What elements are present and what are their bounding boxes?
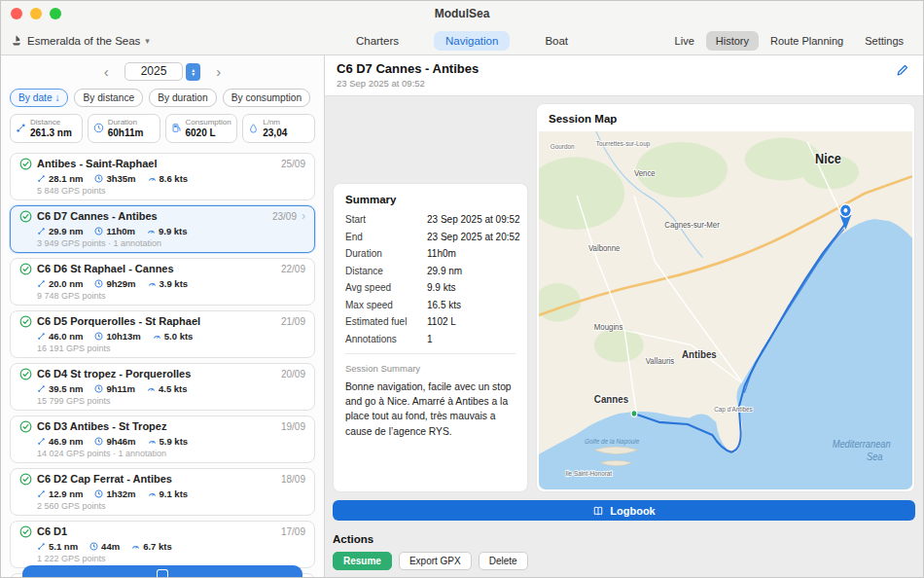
session-summary-text: Bonne navigation, facile avec un stop an… [345,379,515,440]
year-value[interactable]: 2025 [124,62,184,81]
session-duration: 3h35m [94,173,135,184]
main-tab[interactable]: Charters [344,31,410,51]
session-card[interactable]: C6 D2 Cap Ferrat - Antibes 18/09 › 12.9 … [10,468,315,516]
session-distance: 28.1 nm [37,173,83,184]
session-meta: 5 848 GPS points [19,186,305,196]
session-speed: 8.6 kts [148,173,189,184]
session-detail: C6 D7 Cannes - Antibes 23 Sep 2025 at 09… [325,55,923,578]
session-meta: 3 949 GPS points · 1 annotation [19,238,305,248]
next-year-button[interactable]: › [212,64,225,79]
year-stepper[interactable]: ▲▼ [186,63,200,81]
summary-row: Start 23 Sep 2025 at 09:52 [345,214,515,225]
clock-icon [94,384,103,393]
summary-row-label: Start [345,214,427,225]
close-window-button[interactable] [11,8,22,19]
speed-gauge-icon [148,489,157,498]
sort-filter-chip[interactable]: By consumption [223,89,310,107]
map-label: Tourrettes-sur-Loup [596,140,651,148]
session-speed: 9.1 kts [148,488,189,499]
mode-tab[interactable]: Route Planning [761,31,853,51]
check-circle-icon [19,158,32,170]
mode-tab[interactable]: Settings [855,31,913,51]
check-circle-icon [19,420,32,433]
route-icon [37,332,46,341]
summary-card: Summary Start 23 Sep 2025 at 09:52 End 2… [333,183,528,492]
sidebar-bottom-button[interactable] [22,565,302,578]
clock-icon [94,489,103,498]
session-duration: 9h29m [94,278,135,289]
session-duration: 11h0m [94,226,135,236]
session-card[interactable]: Antibes - Saint-Raphael 25/09 › 28.1 nm [10,153,315,200]
app-window: ModulSea Esmeralda of the Seas ▾ Charter… [0,0,924,578]
year-selector: 2025 ▲▼ [124,62,201,81]
session-date: 19/09 [281,421,305,432]
session-card[interactable]: C6 D5 Porquerolles - St Raphael 21/09 › … [10,310,315,358]
actions-heading: Actions [333,533,915,545]
session-card[interactable]: C6 D6 St Raphael - Cannes 22/09 › 20.0 n… [10,258,315,306]
check-circle-icon [19,525,32,538]
route-icon [37,489,46,498]
clock-icon [94,332,103,341]
session-speed: 6.7 kts [131,541,172,552]
session-distance: 12.9 nm [37,488,83,499]
map-label: Mediterranean [833,439,891,451]
check-circle-icon [19,368,32,380]
sort-filter-chip[interactable]: By duration [149,89,217,107]
session-map[interactable]: GourdonTourrettes-sur-LoupVenceNiceCagne… [539,131,912,489]
session-meta: 2 560 GPS points [19,501,305,511]
action-button[interactable]: Resume [333,552,392,570]
sort-filter-chip[interactable]: By distance [74,89,143,107]
session-speed: 5.0 kts [153,331,194,342]
session-meta: 16 191 GPS points [19,343,305,353]
chevron-right-icon: › [302,210,305,222]
drop-icon [248,123,259,133]
session-card[interactable]: C6 D4 St tropez - Porquerolles 20/09 › 3… [10,363,315,411]
route-icon [37,279,46,288]
logbook-button[interactable]: Logbook [333,500,915,521]
session-card[interactable]: C6 D1 17/09 › 5.1 nm 44m [10,521,315,568]
summary-row-label: Annotations [345,334,427,344]
minimize-window-button[interactable] [30,8,42,19]
session-card[interactable]: C6 D3 Antibes - St Tropez 19/09 › 46.9 n… [10,415,315,463]
boat-selector-label: Esmeralda of the Seas [27,35,140,47]
zoom-window-button[interactable] [50,8,61,19]
total-duration-chip: Duration60h11m [88,114,160,143]
summary-row-value: 1 [427,334,515,344]
session-meta: 9 748 GPS points [19,291,305,301]
speed-gauge-icon [148,437,157,446]
boat-selector[interactable]: Esmeralda of the Seas ▾ [11,35,150,47]
main-tab[interactable]: Navigation [434,31,510,51]
session-speed: 4.5 kts [147,383,188,394]
mode-tab[interactable]: History [706,31,759,51]
session-speed: 3.9 kts [148,278,189,289]
app-title: ModulSea [1,7,923,20]
boat-icon [11,35,22,47]
summary-heading: Summary [345,194,515,205]
action-button[interactable]: Delete [479,552,528,570]
session-meta: 1 222 GPS points [19,554,305,563]
session-duration: 10h13m [94,331,140,342]
session-title: C6 D3 Antibes - St Tropez [37,420,276,432]
speed-gauge-icon [153,332,161,341]
map-label: Vallauris [646,356,674,367]
map-label: Valbonne [588,243,621,254]
sort-filter-chip[interactable]: By date ↓ [10,89,68,107]
summary-row: Max speed 16.5 kts [345,300,515,310]
edit-session-button[interactable] [894,61,911,79]
map-label: Cagnes-sur-Mer [664,219,720,230]
session-date: 23/09 [272,211,297,222]
session-duration: 9h11m [94,383,135,394]
route-icon [37,227,46,235]
summary-row-label: Duration [345,248,427,259]
route-icon [16,123,26,133]
session-card[interactable]: C6 D7 Cannes - Antibes 23/09 › 29.9 nm [10,205,315,253]
summary-row-value: 1102 L [427,316,515,327]
logbook-button-label: Logbook [610,505,655,517]
previous-year-button[interactable]: ‹ [100,64,113,79]
mode-tab[interactable]: Live [665,31,704,51]
main-tab[interactable]: Boat [533,31,580,51]
book-icon [592,505,604,517]
action-button[interactable]: Export GPX [399,552,472,570]
map-label: Sea [867,452,883,463]
chevron-down-icon: ▾ [145,36,150,46]
